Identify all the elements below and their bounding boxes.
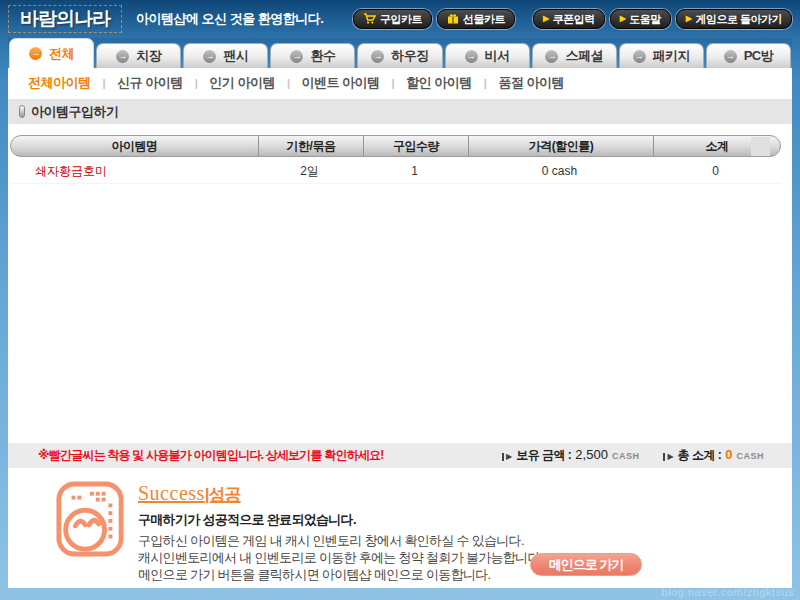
category-tabs: 전체 치장 팬시 환수 하우징 비서 스페셜 패키지 PC방 — [8, 38, 792, 68]
circle-arrow-icon — [633, 50, 646, 63]
divider: | — [392, 77, 395, 89]
section-header: 아이템구입하기 — [8, 99, 792, 124]
circle-arrow-icon — [545, 50, 558, 63]
help-button[interactable]: ▶ 도움말 — [610, 9, 671, 29]
welcome-message: 아이템샵에 오신 것을 환영합니다. — [136, 10, 323, 28]
balance-unit: CASH — [612, 451, 640, 461]
tab-fancy[interactable]: 팬시 — [183, 43, 268, 68]
divider: | — [195, 77, 198, 89]
circle-arrow-icon — [465, 50, 478, 63]
purchase-result: Success|성공 구매하기가 성공적으로 완료되었습니다. 구입하신 아이템… — [8, 468, 792, 588]
smiley-icon — [55, 480, 125, 588]
balance-label: 보유 금액 : — [516, 447, 571, 464]
col-price: 가격(할인률) — [468, 136, 653, 156]
item-filter-nav: 전체아이템 | 신규 아이템 | 인기 아이템 | 이벤트 아이템 | 할인 아… — [8, 68, 792, 97]
item-subtotal: 0 — [652, 164, 779, 178]
tab-housing[interactable]: 하우징 — [357, 43, 442, 68]
total-label: 총 소계 : — [678, 447, 722, 464]
cart-icon — [363, 13, 376, 26]
buy-cart-button[interactable]: 구입카트 — [353, 9, 432, 29]
tab-label: 스페셜 — [565, 47, 603, 65]
tab-pet[interactable]: 환수 — [270, 43, 355, 68]
gift-icon — [447, 13, 459, 26]
content-panel: 전체 치장 팬시 환수 하우징 비서 스페셜 패키지 PC방 전체아이템 | 신… — [8, 38, 792, 588]
subnav-all-items[interactable]: 전체아이템 — [28, 74, 91, 92]
tab-label: 패키지 — [653, 47, 691, 65]
watermark: blog.naver.com/ztigktsus — [662, 586, 794, 598]
gift-cart-button[interactable]: 선물카트 — [437, 9, 515, 29]
item-quantity: 1 — [362, 164, 467, 178]
col-quantity: 구입수량 — [363, 136, 468, 156]
pointer-icon: ▶ — [502, 453, 512, 461]
arrow-icon: ▶ — [620, 15, 626, 23]
gift-cart-label: 선물카트 — [463, 12, 505, 27]
item-period: 2일 — [257, 163, 362, 180]
bullet-icon — [19, 105, 25, 118]
tab-label: 환수 — [310, 47, 335, 65]
balance-value: 2,500 — [575, 447, 608, 462]
notice-bar: ※빨간글씨는 착용 및 사용불가 아이템입니다. 상세보기를 확인하세요! ▶ … — [8, 443, 792, 468]
result-headline: 구매하기가 성공적으로 완료되었습니다. — [138, 511, 543, 529]
tab-all[interactable]: 전체 — [9, 38, 94, 68]
subnav-popular-items[interactable]: 인기 아이템 — [209, 74, 275, 92]
red-item-warning: ※빨간글씨는 착용 및 사용불가 아이템입니다. 상세보기를 확인하세요! — [38, 447, 383, 464]
totals: ▶ 보유 금액 : 2,500 CASH ▶ 총 소계 : 0 CASH — [502, 447, 764, 464]
circle-arrow-icon — [371, 50, 384, 63]
tab-label: 비서 — [485, 47, 510, 65]
arrow-icon: ▶ — [543, 15, 549, 23]
help-label: 도움말 — [629, 12, 661, 27]
tab-label: 하우징 — [391, 47, 429, 65]
back-to-game-label: 게임으로 돌아가기 — [695, 12, 782, 27]
result-title-ko: |성공 — [205, 485, 241, 504]
go-to-main-button[interactable]: 메인으로 가기 — [530, 553, 642, 576]
subnav-event-items[interactable]: 이벤트 아이템 — [301, 74, 379, 92]
table-row: 쇄자황금호미 2일 1 0 cash 0 — [10, 159, 781, 184]
divider: | — [484, 77, 487, 89]
item-table: 아이템명 기한/묶음 구입수량 가격(할인률) 소계 쇄자황금호미 2일 1 0… — [8, 124, 792, 443]
table-header-row: 아이템명 기한/묶음 구입수량 가격(할인률) 소계 — [10, 135, 781, 157]
top-header: 바람의나라 아이템샵에 오신 것을 환영합니다. 구입카트 선물카트 ▶ 쿠폰입… — [0, 0, 800, 38]
grand-total: ▶ 총 소계 : 0 CASH — [663, 447, 764, 464]
result-title: Success|성공 — [138, 482, 543, 506]
tab-label: 전체 — [49, 45, 74, 63]
divider: | — [103, 77, 106, 89]
subnav-discount-items[interactable]: 할인 아이템 — [406, 74, 472, 92]
subnav-soldout-items[interactable]: 품절 아이템 — [498, 74, 564, 92]
coupon-button[interactable]: ▶ 쿠폰입력 — [533, 9, 605, 29]
buy-cart-label: 구입카트 — [380, 12, 422, 27]
total-unit: CASH — [736, 451, 764, 461]
item-shop-page: 바람의나라 아이템샵에 오신 것을 환영합니다. 구입카트 선물카트 ▶ 쿠폰입… — [0, 0, 800, 600]
pointer-icon: ▶ — [663, 453, 673, 461]
subnav-new-items[interactable]: 신규 아이템 — [117, 74, 183, 92]
col-period: 기한/묶음 — [258, 136, 363, 156]
section-title: 아이템구입하기 — [31, 103, 119, 121]
tab-package[interactable]: 패키지 — [619, 43, 704, 68]
result-line: 캐시인벤토리에서 내 인벤토리로 이동한 후에는 청약 철회가 불가능합니다. — [138, 549, 543, 566]
balance: ▶ 보유 금액 : 2,500 CASH — [502, 447, 639, 464]
back-to-game-button[interactable]: ▶ 게임으로 돌아가기 — [676, 9, 792, 29]
scroll-up-button[interactable] — [751, 137, 770, 156]
game-logo[interactable]: 바람의나라 — [8, 5, 122, 33]
tab-pcroom[interactable]: PC방 — [706, 43, 791, 68]
result-line: 구입하신 아이템은 게임 내 캐시 인벤토리 창에서 확인하실 수 있습니다. — [138, 532, 543, 549]
total-value: 0 — [725, 447, 732, 462]
tab-dressup[interactable]: 치장 — [96, 43, 181, 68]
item-price: 0 cash — [467, 164, 652, 178]
circle-arrow-icon — [29, 47, 42, 60]
circle-arrow-icon — [724, 50, 737, 63]
item-name-link[interactable]: 쇄자황금호미 — [10, 163, 257, 180]
tab-secretary[interactable]: 비서 — [445, 43, 530, 68]
result-text: Success|성공 구매하기가 성공적으로 완료되었습니다. 구입하신 아이템… — [138, 480, 543, 588]
tab-special[interactable]: 스페셜 — [532, 43, 617, 68]
tab-label: 팬시 — [223, 47, 248, 65]
arrow-icon: ▶ — [686, 15, 692, 23]
result-line: 메인으로 가기 버튼을 클릭하시면 아이템샵 메인으로 이동합니다. — [138, 566, 543, 583]
circle-arrow-icon — [290, 50, 303, 63]
header-buttons: 구입카트 선물카트 ▶ 쿠폰입력 ▶ 도움말 ▶ 게임으로 돌아가기 — [353, 9, 792, 29]
tab-label: PC방 — [744, 47, 774, 65]
circle-arrow-icon — [116, 50, 129, 63]
circle-arrow-icon — [203, 50, 216, 63]
tab-label: 치장 — [136, 47, 161, 65]
col-item-name: 아이템명 — [11, 136, 258, 156]
result-title-en: Success — [138, 482, 205, 504]
